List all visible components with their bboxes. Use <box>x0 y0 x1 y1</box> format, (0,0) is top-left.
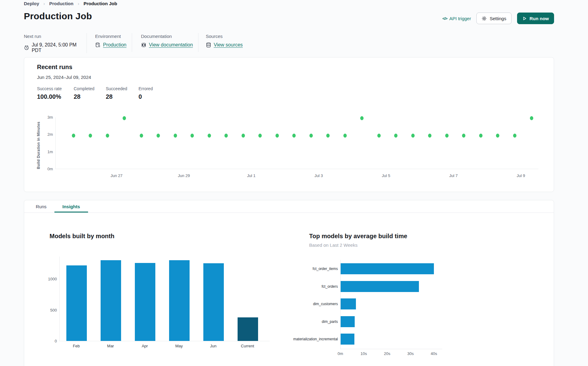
header-actions: </> API trigger Settings Run now <box>442 13 554 24</box>
month-bar-may[interactable] <box>169 260 190 341</box>
stat-label: Completed <box>74 86 106 91</box>
model-label: dim_customers <box>225 302 338 306</box>
tab-runs[interactable]: Runs <box>28 200 54 213</box>
view-sources-link[interactable]: View sources <box>214 42 243 48</box>
info-environment: Environment Production <box>95 33 132 52</box>
run-dot[interactable] <box>326 134 330 138</box>
run-dot[interactable] <box>428 134 431 138</box>
model-bar-fct_order_items[interactable] <box>341 263 434 274</box>
month-bar-jun[interactable] <box>203 263 224 341</box>
x-tick-label: Jul 7 <box>440 173 467 178</box>
stat-label: Succeeded <box>106 86 139 91</box>
run-dot[interactable] <box>530 116 533 120</box>
x-tick-label: 40s <box>423 351 445 356</box>
run-dot[interactable] <box>377 134 381 138</box>
x-tick-label: Jul 9 <box>507 173 534 178</box>
top-models-chart <box>340 260 442 349</box>
model-label: materialization_incremental <box>225 337 338 341</box>
month-bar-apr[interactable] <box>135 263 155 341</box>
info-label: Documentation <box>141 34 198 39</box>
scatter-y-axis-label: Build Duration in Minutes <box>36 117 41 169</box>
x-tick-label: 0m <box>330 351 351 356</box>
info-next-run: Next run Jul 9, 2024, 5:00 PM PDT <box>24 33 87 53</box>
y-tick-label: 1m <box>35 150 53 154</box>
run-dot[interactable] <box>106 134 109 138</box>
info-label: Sources <box>206 34 243 39</box>
x-tick-label: Jul 1 <box>238 173 265 178</box>
info-documentation: Documentation View documentation <box>141 33 198 52</box>
breadcrumb: Deploy › Production › Production Job <box>24 1 117 6</box>
model-label: fct_order_items <box>225 267 338 271</box>
recent-runs-date-range: Jun 25, 2024–Jul 09, 2024 <box>37 75 91 80</box>
breadcrumb-production-job: Production Job <box>83 1 117 6</box>
run-dot[interactable] <box>462 134 465 138</box>
page-title: Production Job <box>24 11 92 21</box>
recent-runs-stats: Success rate 100.00% Completed 28 Succee… <box>37 86 153 100</box>
stat-value: 100.00% <box>37 93 74 100</box>
y-tick-label: 500 <box>26 308 57 312</box>
run-dot[interactable] <box>190 134 194 138</box>
job-detail-card: Runs Insights Models built by month 0500… <box>24 200 554 366</box>
info-label: Next run <box>24 34 87 39</box>
stat-completed: Completed 28 <box>74 86 106 100</box>
x-tick-label: 20s <box>376 351 398 356</box>
play-icon <box>522 16 527 21</box>
run-dot[interactable] <box>445 134 449 138</box>
tab-insights[interactable]: Insights <box>54 200 88 213</box>
run-dot[interactable] <box>123 116 126 120</box>
top-models-subtitle: Based on Last 2 Weeks <box>309 242 357 248</box>
x-tick-label: Apr <box>131 344 159 348</box>
run-dot[interactable] <box>258 134 262 138</box>
run-dot[interactable] <box>157 134 160 138</box>
run-dot[interactable] <box>496 134 499 138</box>
model-bar-dim_customers[interactable] <box>341 298 356 309</box>
run-dot[interactable] <box>89 134 92 138</box>
run-dot[interactable] <box>224 134 228 138</box>
model-bar-fct_orders[interactable] <box>341 281 419 292</box>
run-dot[interactable] <box>174 134 177 138</box>
x-tick-label: 10s <box>353 351 375 356</box>
run-dot[interactable] <box>513 134 516 138</box>
y-tick-label: 3m <box>35 115 53 120</box>
run-now-button[interactable]: Run now <box>517 13 554 24</box>
run-dot[interactable] <box>411 134 415 138</box>
model-label: fct_orders <box>225 284 338 289</box>
model-bar-dim_parts[interactable] <box>341 316 355 327</box>
api-trigger-label: API trigger <box>449 16 471 21</box>
run-dot[interactable] <box>292 134 296 138</box>
view-documentation-link[interactable]: View documentation <box>149 42 193 48</box>
settings-button[interactable]: Settings <box>476 13 511 24</box>
run-dot[interactable] <box>394 134 398 138</box>
stat-label: Errored <box>139 86 153 91</box>
recent-runs-title: Recent runs <box>37 64 72 71</box>
build-duration-scatter-plot <box>55 117 538 169</box>
month-bar-mar[interactable] <box>101 260 121 341</box>
x-tick-label: Jul 5 <box>372 173 400 178</box>
code-icon: </> <box>442 16 447 21</box>
run-dot[interactable] <box>309 134 313 138</box>
run-dot[interactable] <box>276 134 279 138</box>
month-bar-feb[interactable] <box>66 265 87 341</box>
x-tick-label: Current <box>234 344 261 348</box>
gear-icon <box>482 16 487 21</box>
recent-runs-card: Recent runs Jun 25, 2024–Jul 09, 2024 Su… <box>24 57 554 192</box>
environment-icon <box>95 42 101 48</box>
stat-errored: Errored 0 <box>139 86 153 100</box>
chevron-right-icon: › <box>78 1 79 6</box>
top-models-title: Top models by average build time <box>309 233 407 240</box>
run-dot[interactable] <box>343 134 347 138</box>
run-dot[interactable] <box>72 134 75 138</box>
x-tick-label: May <box>165 344 193 348</box>
models-built-by-month-title: Models built by month <box>50 233 114 240</box>
breadcrumb-deploy[interactable]: Deploy <box>24 1 39 6</box>
run-dot[interactable] <box>360 116 364 120</box>
run-dot[interactable] <box>242 134 245 138</box>
breadcrumb-production[interactable]: Production <box>49 1 73 6</box>
clock-icon <box>24 45 29 50</box>
model-bar-materialization_incremental[interactable] <box>341 334 354 345</box>
api-trigger-link[interactable]: </> API trigger <box>442 16 471 21</box>
run-dot[interactable] <box>140 134 143 138</box>
environment-link[interactable]: Production <box>103 42 127 48</box>
run-dot[interactable] <box>479 134 483 138</box>
run-dot[interactable] <box>208 134 211 138</box>
